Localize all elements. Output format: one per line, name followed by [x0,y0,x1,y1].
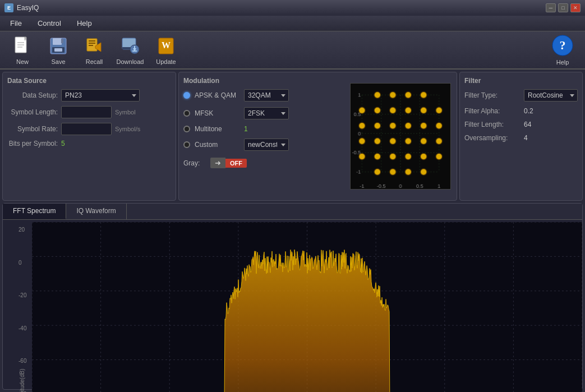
chart-area: FFT Spectrum IQ Waveform Magnitude(dB) 2… [2,203,583,390]
gray-row: Gray: ➜ OFF [183,158,344,168]
y-label-n40: -40 [19,325,30,331]
data-source-title: Data Source [7,77,171,85]
mfsk-select[interactable]: 2FSK 4FSK 8FSK [244,107,289,119]
custom-label: Custom [195,141,239,149]
svg-rect-12 [89,40,95,41]
window-controls: ─ □ ✕ [546,3,581,12]
apsk-qam-select[interactable]: 32QAM 16QAM 64QAM 256QAM [244,89,289,102]
tab-iq-waveform[interactable]: IQ Waveform [66,204,126,219]
svg-rect-21 [132,50,137,52]
apsk-qam-label: APSK & QAM [195,91,239,99]
multitone-label: Multitone [195,125,239,133]
symbol-rate-row: Symbol Rate: 1000000 Symbol/s [7,123,171,135]
save-label: Save [51,58,65,65]
recall-icon [83,35,105,57]
data-setup-select[interactable]: PN23 PN15 Custom [61,89,140,102]
y-label-20: 20 [19,227,30,233]
symbol-rate-unit: Symbol/s [115,126,140,132]
oversampling-label: Oversampling: [464,134,520,142]
symbol-length-row: Symbol Length: 2048 Symbol [7,106,171,118]
y-label-0: 0 [19,260,30,266]
tab-fft-spectrum[interactable]: FFT Spectrum [3,204,66,219]
toolbar: New Save Recall [0,31,585,70]
fft-spectrum-chart [32,222,582,392]
bits-per-symbol-row: Bits per Symbol: 5 [7,140,171,147]
save-icon [47,35,70,57]
symbol-length-label: Symbol Length: [7,108,58,116]
multitone-radio[interactable] [183,126,190,132]
update-button[interactable]: W Update [148,34,184,66]
maximize-button[interactable]: □ [558,3,568,12]
recall-button[interactable]: Recall [76,34,112,66]
symbol-length-input[interactable]: 2048 [61,106,112,118]
update-label: Update [156,58,176,65]
constellation-canvas [350,83,451,190]
data-setup-label: Data Setup: [7,91,58,99]
filter-length-value: 64 [524,121,531,128]
oversampling-row: Oversampling: 4 [464,134,578,142]
close-button[interactable]: ✕ [570,3,581,12]
gray-toggle[interactable]: ➜ OFF [210,158,247,168]
data-setup-row: Data Setup: PN23 PN15 Custom [7,89,171,102]
mfsk-row: MFSK 2FSK 4FSK 8FSK [183,107,344,119]
filter-title: Filter [464,77,578,85]
download-label: Download [117,58,144,65]
gray-label: Gray: [183,159,206,167]
download-icon [119,35,141,57]
recall-label: Recall [86,58,103,65]
svg-rect-10 [54,48,62,52]
main-content: Data Source Data Setup: PN23 PN15 Custom… [0,70,585,392]
apsk-qam-row: APSK & QAM 32QAM 16QAM 64QAM 256QAM [183,89,344,102]
filter-alpha-value: 0.2 [524,107,533,115]
menu-control[interactable]: Control [30,17,69,30]
new-icon [11,35,34,57]
gray-arrow-icon: ➜ [210,158,225,168]
filter-type-select[interactable]: RootCosine Cosine Gaussian [524,89,578,102]
y-label-n60: -60 [19,358,30,364]
menu-help[interactable]: Help [69,17,100,30]
gray-state: OFF [225,159,247,168]
app-icon: E [4,3,13,12]
custom-radio[interactable] [183,141,190,148]
oversampling-value: 4 [524,134,528,142]
help-button[interactable]: ? Help [545,34,581,66]
help-icon: ? [551,34,574,58]
mfsk-radio[interactable] [183,110,190,117]
filter-type-row: Filter Type: RootCosine Cosine Gaussian [464,89,578,102]
mfsk-label: MFSK [195,109,239,117]
symbol-length-unit: Symbol [115,109,136,116]
menu-file[interactable]: File [2,17,30,30]
svg-text:W: W [162,40,171,50]
filter-length-row: Filter Length: 64 [464,121,578,128]
custom-row: Custom newConst [183,139,344,151]
save-button[interactable]: Save [40,34,76,66]
svg-text:?: ? [560,38,566,52]
custom-select[interactable]: newConst [244,139,289,151]
svg-rect-14 [89,45,93,46]
symbol-rate-label: Symbol Rate: [7,125,58,133]
filter-panel: Filter Filter Type: RootCosine Cosine Ga… [459,72,583,201]
menu-bar: File Control Help [0,16,585,31]
multitone-value: 1 [244,125,248,133]
filter-length-label: Filter Length: [464,121,520,128]
new-button[interactable]: New [4,34,40,66]
update-icon: W [155,35,177,57]
symbol-rate-input[interactable]: 1000000 [61,123,112,135]
svg-rect-8 [61,39,63,43]
new-label: New [16,58,29,65]
download-button[interactable]: Download [112,34,148,66]
filter-type-label: Filter Type: [464,91,520,99]
y-axis-title: Magnitude(dB) [19,368,25,392]
svg-rect-13 [89,43,95,44]
minimize-button[interactable]: ─ [546,3,556,12]
chart-container: Magnitude(dB) 20 0 -20 -40 -60 -80 -100 … [3,220,582,392]
modulation-left: Modulation APSK & QAM 32QAM 16QAM 64QAM … [183,77,344,196]
y-label-n20: -20 [19,292,30,298]
app-title: EasyIQ [17,4,39,12]
apsk-qam-radio[interactable] [183,92,190,99]
bits-per-symbol-label: Bits per Symbol: [7,140,58,147]
title-bar: E EasyIQ ─ □ ✕ [0,0,585,16]
top-panels: Data Source Data Setup: PN23 PN15 Custom… [2,72,583,201]
bits-per-symbol-value: 5 [61,140,65,147]
modulation-title: Modulation [183,77,344,85]
